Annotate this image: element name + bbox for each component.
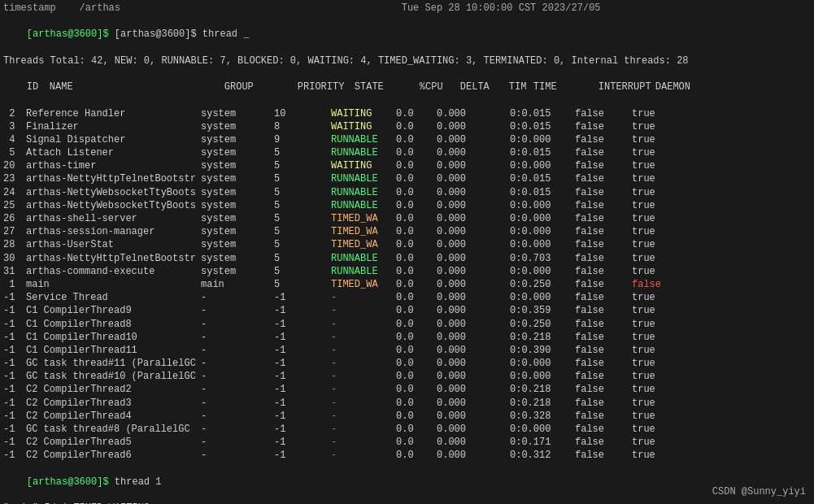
table-row: 30arthas-NettyHttpTelnetBootstr system 5… (3, 252, 811, 265)
table-row: 20arthas-timer system 5 WAITING 0.0 0.00… (3, 159, 811, 172)
table-row: -1Service Thread - -1 - 0.0 0.000 0:0.00… (3, 291, 811, 304)
top-bar: timestamp /arthas Tue Sep 28 10:00:00 CS… (3, 2, 811, 15)
table-row: -1C2 CompilerThread2 - -1 - 0.0 0.000 0:… (3, 383, 811, 396)
threads-summary: Threads Total: 42, NEW: 0, RUNNABLE: 7, … (3, 54, 811, 67)
table-row: -1C2 CompilerThread3 - -1 - 0.0 0.000 0:… (3, 397, 811, 410)
table-row: -1GC task thread#10 (ParallelGC - -1 - 0… (3, 370, 811, 383)
table-row: 25arthas-NettyWebsocketTtyBoots system 5… (3, 199, 811, 212)
table-row: -1C2 CompilerThread5 - -1 - 0.0 0.000 0:… (3, 436, 811, 449)
table-row: 28arthas-UserStat system 5 TIMED_WA 0.0 … (3, 238, 811, 251)
table-row: -1C2 CompilerThread4 - -1 - 0.0 0.000 0:… (3, 410, 811, 423)
table-row: -1GC task thread#8 (ParallelGC - -1 - 0.… (3, 423, 811, 436)
cmd-text-1: [arthas@3600]$ thread _ (115, 28, 250, 40)
table-header: IDNAMEGROUPPRIORITYSTATE%CPUDELTATIMTIME… (3, 67, 811, 107)
table-row: 31arthas-command-execute system 5 RUNNAB… (3, 265, 811, 278)
table-row: 2Reference Handler system 10 WAITING 0.0… (3, 107, 811, 120)
cmd-text-2: thread 1 (115, 476, 162, 488)
table-row: -1C1 CompilerThread10 - -1 - 0.0 0.000 0… (3, 331, 811, 344)
table-row: -1C2 CompilerThread6 - -1 - 0.0 0.000 0:… (3, 449, 811, 462)
table-row: 1main main 5 TIMED_WA 0.0 0.000 0:0.250 … (3, 278, 811, 291)
table-row: -1C1 CompilerThread8 - -1 - 0.0 0.000 0:… (3, 318, 811, 331)
table-row: 4Signal Dispatcher system 9 RUNNABLE 0.0… (3, 133, 811, 146)
table-row: -1C1 CompilerThread9 - -1 - 0.0 0.000 0:… (3, 304, 811, 317)
terminal: timestamp /arthas Tue Sep 28 10:00:00 CS… (0, 0, 814, 504)
thread-table: 2Reference Handler system 10 WAITING 0.0… (3, 107, 811, 463)
cmd-line-1: [arthas@3600]$ [arthas@3600]$ thread _ (3, 15, 811, 54)
watermark: CSDN @Sunny_yiyi (712, 486, 806, 497)
table-row: -1C1 CompilerThread11 - -1 - 0.0 0.000 0… (3, 344, 811, 357)
prompt-1: [arthas@3600]$ (27, 28, 115, 40)
table-row: 24arthas-NettyWebsocketTtyBoots system 5… (3, 186, 811, 199)
table-row: 5Attach Listener system 5 RUNNABLE 0.0 0… (3, 146, 811, 159)
cmd-line-2: [arthas@3600]$ thread 1 (3, 463, 811, 502)
table-row: 3Finalizer system 8 WAITING 0.0 0.000 0:… (3, 120, 811, 133)
table-row: 27arthas-session-manager system 5 TIMED_… (3, 225, 811, 238)
table-row: 26arthas-shell-server system 5 TIMED_WA … (3, 212, 811, 225)
table-row: -1GC task thread#11 (ParallelGC - -1 - 0… (3, 357, 811, 370)
prompt-2: [arthas@3600]$ (27, 476, 115, 488)
table-row: 23arthas-NettyHttpTelnetBootstr system 5… (3, 172, 811, 185)
